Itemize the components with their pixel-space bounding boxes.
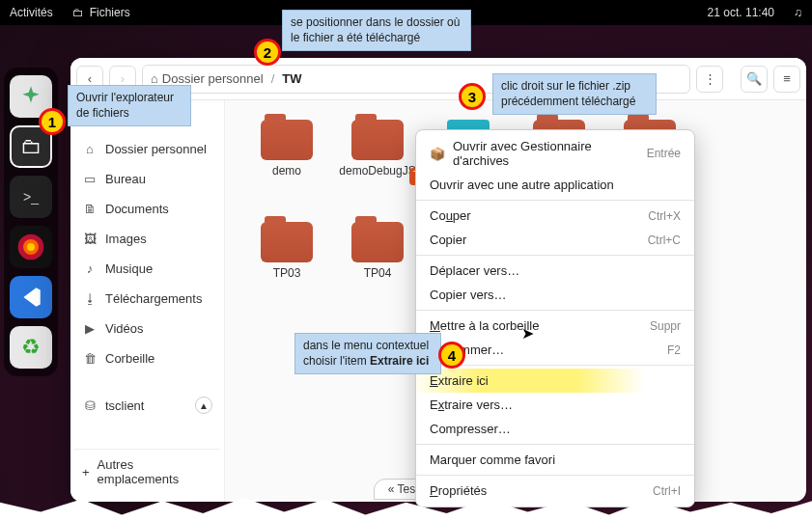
- menu-item[interactable]: Déplacer vers…: [416, 259, 694, 283]
- menu-item[interactable]: Extraire ici: [416, 369, 694, 393]
- search-button[interactable]: 🔍: [741, 66, 768, 93]
- dock-app-vscode[interactable]: [10, 276, 52, 318]
- trash-icon: 🗑: [82, 351, 98, 366]
- callout-3: clic droit sur le fichier .zip précédemm…: [492, 73, 657, 115]
- music-icon: ♪: [82, 261, 98, 276]
- menu-item-label: Propriétés: [430, 483, 487, 498]
- file-item[interactable]: demoDebugJS: [335, 120, 420, 214]
- context-menu: 📦Ouvrir avec Gestionnaire d'archivesEntr…: [415, 129, 695, 507]
- sidebar-item-label: Vidéos: [105, 321, 144, 336]
- marker-4: 4: [438, 342, 465, 369]
- sidebar-item-tsclient[interactable]: ⛁tsclient ▲: [74, 393, 220, 418]
- sidebar-item-label: Dossier personnel: [105, 142, 207, 156]
- file-label: TP04: [362, 266, 394, 282]
- menu-separator: [416, 200, 694, 201]
- sidebar-item-videos[interactable]: ▶Vidéos: [74, 317, 220, 340]
- drive-icon: ⛁: [82, 398, 98, 413]
- notification-icon[interactable]: ♫: [794, 6, 802, 19]
- menu-shortcut: F2: [667, 343, 681, 357]
- menu-shortcut: Entrée: [647, 147, 681, 160]
- menu-separator: [416, 310, 694, 311]
- menu-item[interactable]: Mettre à la corbeilleSuppr: [416, 314, 694, 338]
- marker-1: 1: [39, 108, 66, 135]
- home-icon: ⌂: [151, 71, 158, 86]
- dock-app-trash[interactable]: ♻: [10, 326, 52, 369]
- callout-4: dans le menu contextuel choisir l'item E…: [294, 333, 441, 374]
- callout-2: se positionner dans le dossier où le fic…: [282, 10, 471, 51]
- sidebar-item-label: Images: [105, 232, 147, 246]
- menu-item-label: Mettre à la corbeille: [430, 318, 539, 333]
- breadcrumb-separator: /: [271, 71, 275, 86]
- menu-item[interactable]: PropriétésCtrl+I: [416, 479, 694, 503]
- app-menu-label: Fichiers: [90, 6, 130, 19]
- search-icon: 🔍: [746, 71, 762, 86]
- sidebar-item-other-locations[interactable]: +Autres emplacements: [74, 449, 220, 494]
- file-item[interactable]: TP03: [244, 222, 329, 316]
- sidebar-item-label: Téléchargements: [105, 291, 202, 306]
- menu-item[interactable]: Ouvrir avec une autre application: [416, 173, 694, 197]
- menu-item-label: Copier vers…: [430, 288, 506, 302]
- file-item[interactable]: demo: [244, 120, 329, 214]
- menu-item-label: Déplacer vers…: [430, 263, 519, 278]
- sidebar: ★Favoris ⌂Dossier personnel ▭Bureau 🗎Doc…: [70, 100, 225, 502]
- home-icon: ⌂: [82, 142, 98, 156]
- menu-item-label: Marquer comme favori: [430, 452, 555, 467]
- menu-item-label: Ouvrir avec Gestionnaire d'archives: [453, 139, 647, 168]
- file-item[interactable]: TP04: [335, 222, 420, 316]
- app-menu[interactable]: 🗀 Fichiers: [72, 6, 130, 19]
- sidebar-item-images[interactable]: 🖼Images: [74, 228, 220, 250]
- sidebar-item-documents[interactable]: 🗎Documents: [74, 198, 220, 220]
- folder-icon: [261, 222, 313, 262]
- menu-item-label: Ouvrir avec une autre application: [430, 178, 614, 192]
- archive-icon: 📦: [430, 147, 445, 161]
- sidebar-item-downloads[interactable]: ⭳Téléchargements: [74, 288, 220, 310]
- file-label: TP03: [271, 266, 303, 282]
- menu-item-label: Compresser…: [430, 422, 511, 436]
- menu-shortcut: Ctrl+X: [648, 209, 681, 223]
- desktop-icon: ▭: [82, 172, 98, 186]
- sidebar-item-desktop[interactable]: ▭Bureau: [74, 168, 220, 190]
- activities-button[interactable]: Activités: [10, 6, 53, 19]
- menu-item-label: Extraire ici: [430, 373, 489, 388]
- kebab-menu-button[interactable]: ⋮: [696, 66, 723, 93]
- folder-icon: [351, 222, 404, 262]
- menu-item[interactable]: 📦Ouvrir avec Gestionnaire d'archivesEntr…: [416, 134, 694, 173]
- sidebar-item-label: Documents: [105, 202, 169, 216]
- menu-item[interactable]: Compresser…: [416, 417, 694, 441]
- menu-separator: [416, 444, 694, 445]
- breadcrumb-home[interactable]: ⌂ Dossier personnel: [151, 71, 264, 86]
- menu-item[interactable]: Marquer comme favori: [416, 448, 694, 472]
- callout-1: Ouvrir l'explorateur de fichiers: [68, 85, 191, 126]
- sidebar-item-label: Bureau: [105, 172, 146, 186]
- file-label: demoDebugJS: [337, 164, 417, 179]
- sidebar-item-home[interactable]: ⌂Dossier personnel: [74, 138, 220, 160]
- dock-app-firefox[interactable]: [10, 226, 52, 268]
- folder-icon: [261, 120, 313, 160]
- folder-icon: [351, 120, 404, 160]
- images-icon: 🖼: [82, 232, 98, 246]
- clock[interactable]: 21 oct. 11:40: [708, 6, 774, 19]
- menu-item[interactable]: CopierCtrl+C: [416, 228, 694, 252]
- desktop-background: Activités 🗀 Fichiers 21 oct. 11:40 ♫ 🗀 >…: [0, 0, 812, 521]
- menu-item-label: Copier: [430, 233, 466, 247]
- folder-icon: 🗀: [72, 6, 84, 19]
- menu-separator: [416, 255, 694, 256]
- breadcrumb-current[interactable]: TW: [282, 71, 301, 86]
- menu-shortcut: Suppr: [650, 319, 681, 333]
- sidebar-item-trash[interactable]: 🗑Corbeille: [74, 347, 220, 370]
- marker-2: 2: [254, 39, 281, 66]
- sidebar-item-music[interactable]: ♪Musique: [74, 258, 220, 280]
- svg-point-2: [27, 243, 35, 251]
- menu-item[interactable]: Extraire vers…: [416, 393, 694, 417]
- menu-item[interactable]: Copier vers…: [416, 283, 694, 307]
- sidebar-item-label: tsclient: [105, 398, 144, 413]
- hamburger-menu-button[interactable]: ≡: [773, 66, 800, 93]
- menu-item-label: Couper: [430, 208, 471, 223]
- documents-icon: 🗎: [82, 202, 98, 216]
- sidebar-item-label: Corbeille: [105, 351, 154, 366]
- menu-shortcut: Ctrl+I: [653, 484, 681, 498]
- dock-app-terminal[interactable]: >_: [10, 176, 52, 218]
- menu-item[interactable]: CouperCtrl+X: [416, 204, 694, 228]
- eject-button[interactable]: ▲: [195, 397, 212, 414]
- plus-icon: +: [82, 465, 90, 480]
